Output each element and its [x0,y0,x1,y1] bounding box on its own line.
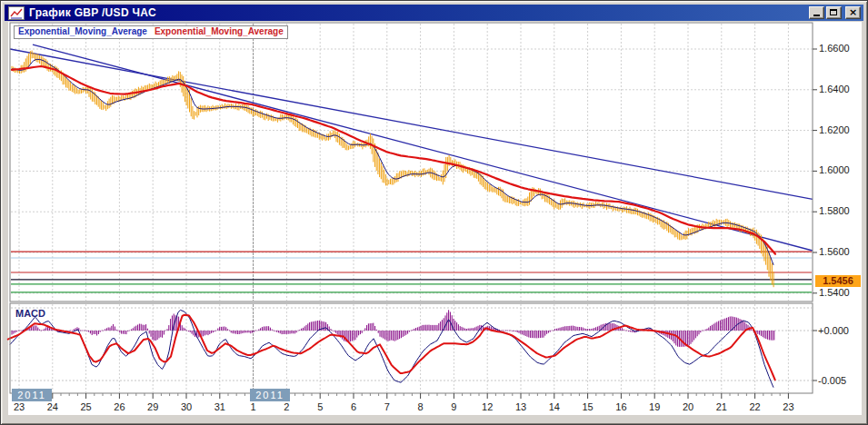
date-tick-label: 22 [743,401,768,412]
date-tick-label: 23 [6,401,32,412]
year-badge: 2011 [12,389,52,401]
date-tick-label: 25 [74,401,99,412]
date-tick-label: 16 [608,401,634,412]
date-tick-label: 14 [542,401,567,412]
price-tick-label: 1.6000 [819,164,850,175]
date-tick-label: 31 [207,401,233,412]
year-badge: 2011 [250,389,290,401]
date-tick-label: 30 [174,401,199,412]
price-tick-label: 1.5800 [819,205,850,216]
date-tick-label: 12 [474,401,500,412]
date-tick-label: 6 [341,401,366,412]
application-window: График GBP /USD ЧАС × Exponential_Moving… [0,0,868,425]
macd-low-tick-label: -0.005 [818,375,846,386]
price-tick-label: 1.6400 [819,84,850,94]
price-tick-label: 1.5400 [819,287,850,298]
date-tick-label: 26 [106,401,132,412]
date-tick-label: 2 [274,401,299,412]
date-tick-label: 13 [508,401,534,412]
price-tick-label: 1.6600 [819,43,850,54]
macd-label: MACD [15,308,45,319]
date-tick-label: 1 [241,401,266,412]
price-tick-label: 1.6200 [819,124,850,135]
date-tick-label: 7 [374,401,400,412]
date-tick-label: 29 [140,401,165,412]
date-tick-label: 24 [40,401,65,412]
indicator-legend: Exponential_Moving_AverageExponential_Mo… [14,25,288,39]
date-tick-label: 20 [675,401,701,412]
date-tick-label: 8 [408,401,434,412]
chart-canvas[interactable] [1,1,868,425]
date-tick-label: 19 [642,401,667,412]
price-tick-label: 1.5600 [819,246,850,257]
date-tick-label: 21 [709,401,734,412]
legend-ema-fast-label: Exponential_Moving_Average [18,26,147,36]
current-price-badge: 1.5456 [815,275,861,287]
date-tick-label: 15 [575,401,601,412]
date-tick-label: 23 [775,401,801,412]
macd-zero-tick-label: +0.000 [818,325,849,336]
date-tick-label: 9 [441,401,466,412]
legend-ema-slow-label: Exponential_Moving_Average [155,26,284,36]
date-tick-label: 5 [307,401,333,412]
